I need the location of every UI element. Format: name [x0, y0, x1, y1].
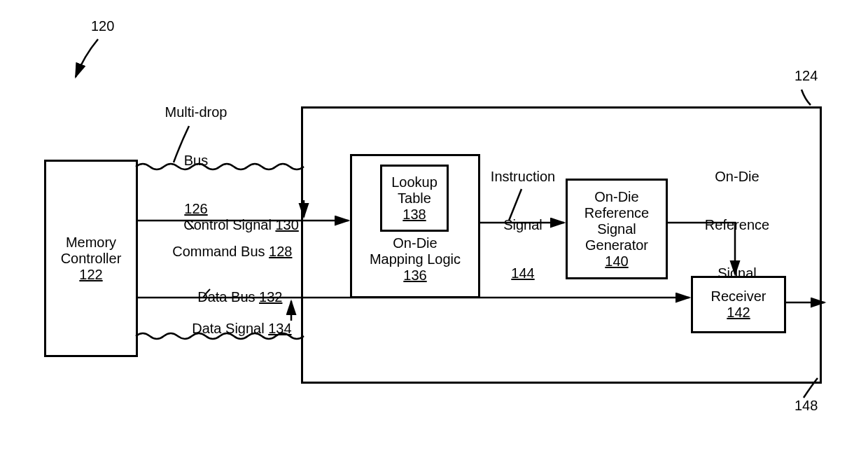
instruction-signal-label: Instruction Signal 144 [477, 137, 568, 314]
ref-signal-line2: Reference [692, 217, 783, 233]
label-148: 148 [794, 398, 818, 414]
ref-signal-line1: On-Die [692, 169, 783, 185]
diagram-stage: 120 Memory Controller 122 Multi-drop Bus… [0, 0, 868, 453]
memory-controller-box: Memory Controller 122 [44, 160, 138, 357]
lookup-table-box: Lookup Table 138 [380, 165, 449, 232]
mapping-logic-line2: Mapping Logic [370, 251, 461, 267]
instruction-signal-num: 144 [477, 265, 568, 281]
data-bus-num: 132 [259, 289, 282, 305]
command-bus-label: Command Bus 128 [157, 228, 292, 276]
multidrop-bus-line2: Bus [150, 153, 241, 169]
lookup-table-line2: Table [398, 190, 431, 207]
command-bus-num: 128 [269, 244, 292, 259]
data-bus-text: Data Bus [197, 289, 259, 305]
memory-controller-num: 122 [79, 267, 102, 283]
lookup-table-num: 138 [402, 207, 426, 223]
mapping-logic-label: On-Die Mapping Logic 136 [352, 235, 478, 284]
mapping-logic-num: 136 [403, 267, 426, 284]
mapping-logic-box: Lookup Table 138 On-Die Mapping Logic 13… [350, 154, 480, 298]
refgen-line2: Reference [584, 205, 649, 221]
receiver-num: 142 [727, 305, 750, 321]
data-signal-num: 134 [268, 321, 291, 336]
instruction-signal-line2: Signal [477, 217, 568, 233]
command-bus-text: Command Bus [172, 244, 269, 259]
label-120: 120 [91, 18, 114, 34]
refgen-line4: Generator [585, 237, 648, 253]
refgen-line1: On-Die [594, 189, 638, 205]
label-124: 124 [794, 68, 818, 84]
instruction-signal-line1: Instruction [477, 169, 568, 185]
multidrop-bus-line1: Multi-drop [150, 104, 241, 120]
lookup-table-line1: Lookup [391, 174, 438, 190]
data-signal-label: Data Signal 134 [176, 305, 292, 353]
memory-controller-line1: Memory [66, 235, 116, 251]
mapping-logic-line1: On-Die [393, 235, 437, 251]
receiver-box: Receiver 142 [691, 276, 786, 333]
refgen-line3: Signal [597, 221, 636, 237]
refgen-num: 140 [605, 253, 628, 270]
receiver-line1: Receiver [711, 288, 766, 305]
refgen-box: On-Die Reference Signal Generator 140 [566, 179, 668, 279]
memory-controller-line2: Controller [61, 251, 122, 267]
data-signal-text: Data Signal [192, 321, 268, 336]
